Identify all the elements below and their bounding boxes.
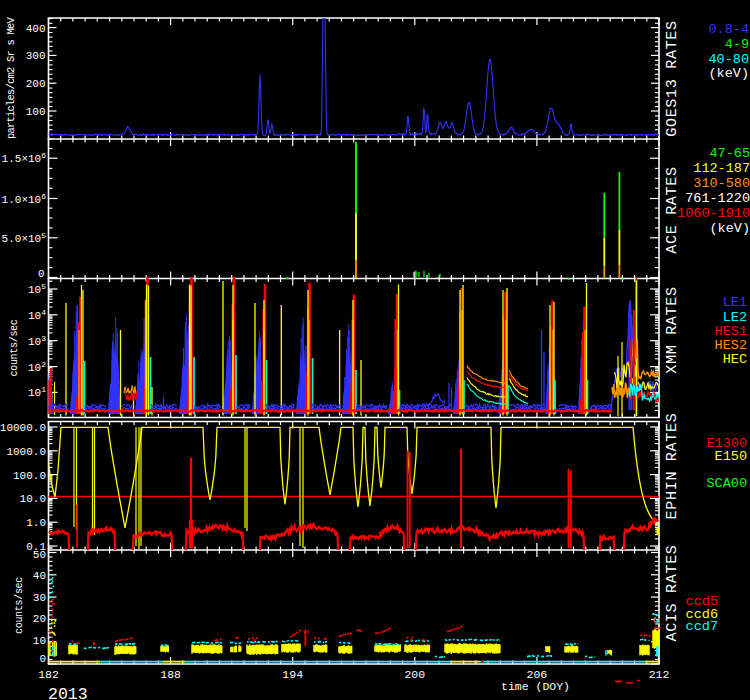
svg-text:HES1: HES1 — [715, 324, 747, 339]
svg-text:time (DOY): time (DOY) — [501, 680, 570, 693]
svg-text:212: 212 — [649, 668, 670, 681]
svg-text:LE2: LE2 — [723, 310, 747, 325]
svg-text:20: 20 — [33, 613, 46, 625]
svg-text:1060-1910: 1060-1910 — [677, 206, 750, 221]
svg-text:47-65: 47-65 — [709, 146, 750, 161]
svg-text:100.0: 100.0 — [13, 470, 46, 482]
svg-text:400: 400 — [26, 23, 46, 35]
svg-text:counts/sec: counts/sec — [9, 319, 20, 376]
svg-text:100: 100 — [26, 106, 46, 118]
svg-text:HES2: HES2 — [715, 338, 747, 353]
svg-text:EPHIN RATES: EPHIN RATES — [663, 413, 681, 520]
svg-text:182: 182 — [38, 668, 59, 681]
svg-text:761-1220: 761-1220 — [685, 191, 750, 206]
svg-text:10000.0: 10000.0 — [0, 422, 46, 434]
svg-text:4-9: 4-9 — [725, 37, 749, 52]
svg-text:112-187: 112-187 — [693, 161, 750, 176]
svg-text:LE1: LE1 — [723, 295, 747, 310]
svg-text:0: 0 — [39, 653, 46, 665]
svg-text:1.5×106: 1.5×106 — [2, 151, 47, 165]
svg-text:1000.0: 1000.0 — [6, 446, 46, 458]
svg-text:2013: 2013 — [48, 685, 88, 700]
svg-text:0: 0 — [38, 268, 45, 280]
svg-text:ccd7: ccd7 — [686, 619, 718, 634]
svg-text:188: 188 — [160, 668, 181, 681]
svg-text:E150: E150 — [715, 449, 747, 464]
svg-text:40-80: 40-80 — [708, 52, 749, 67]
svg-text:0.8-4: 0.8-4 — [708, 22, 749, 37]
svg-text:1.0×106: 1.0×106 — [2, 192, 47, 206]
svg-text:1.0: 1.0 — [26, 517, 46, 529]
svg-text:300: 300 — [26, 50, 46, 62]
svg-text:GOES13 RATES: GOES13 RATES — [663, 20, 681, 137]
svg-text:200: 200 — [26, 78, 46, 90]
svg-text:(keV): (keV) — [709, 221, 750, 236]
svg-text:30: 30 — [33, 592, 46, 604]
svg-text:50: 50 — [33, 549, 46, 561]
svg-text:40: 40 — [33, 570, 46, 582]
svg-text:10.0: 10.0 — [20, 493, 46, 505]
svg-text:SCA00: SCA00 — [706, 476, 747, 491]
svg-text:310-580: 310-580 — [693, 176, 750, 191]
svg-text:(keV): (keV) — [708, 66, 749, 81]
svg-text:200: 200 — [404, 668, 425, 681]
svg-text:ACIS RATES: ACIS RATES — [663, 544, 681, 641]
svg-text:XMM RATES: XMM RATES — [663, 286, 681, 373]
svg-text:particles/cm2 Sr s MeV: particles/cm2 Sr s MeV — [5, 16, 17, 139]
svg-text:10: 10 — [33, 635, 46, 647]
svg-text:194: 194 — [282, 668, 303, 681]
svg-text:HEC: HEC — [723, 352, 747, 367]
svg-text:5.0×105: 5.0×105 — [2, 231, 47, 245]
svg-text:counts/sec: counts/sec — [14, 577, 25, 634]
